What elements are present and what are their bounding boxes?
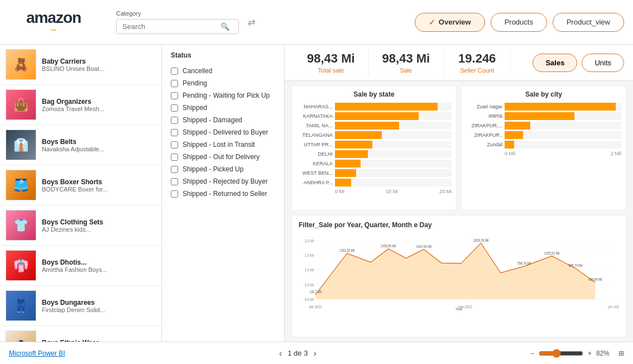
filter-item: Shipped - Lost in Transit (171, 138, 275, 151)
bar-track (335, 160, 452, 167)
bar-label: ZIRAKPUR,... (466, 123, 502, 128)
bar-track (505, 131, 621, 139)
product-item[interactable]: 👜 Bag Organizers Zomoza Travel Mesh... (0, 85, 161, 125)
product-thumbnail: 👘 (6, 250, 36, 281)
filter-checkbox[interactable] (171, 117, 178, 124)
y-axis-label: 1.0 Mi (305, 268, 314, 273)
filter-item: Shipped - Picked Up (171, 163, 275, 175)
product-item[interactable]: 🧸 Baby Carriers BSLINO Unisex Boat... (0, 45, 161, 85)
product-sub: Zomoza Travel Mesh... (42, 106, 156, 112)
bar-fill (335, 150, 368, 158)
filter-checkbox[interactable] (171, 166, 178, 173)
data-point-label: 954,74 Mil (517, 261, 531, 265)
filter-checkbox[interactable] (171, 129, 178, 136)
amazon-arrow-icon: ⌣ (50, 23, 57, 35)
filter-checkbox[interactable] (171, 92, 178, 99)
bar-label: Zuari nagar (466, 104, 502, 109)
product-thumbnail: 🩳 (6, 170, 36, 200)
zoom-minus-icon[interactable]: − (530, 349, 534, 357)
top-bar: amazon ⌣ Category 🔍 ⇄ ✓ Overview Product… (0, 0, 633, 45)
product-item[interactable]: 🩳 Boys Boxer Shorts BODYCARE Boxer for..… (0, 165, 161, 205)
filter-checkbox[interactable] (171, 190, 178, 198)
data-point-label: 1447,04 Mil (416, 244, 431, 248)
data-point-label: 895,73 Mil (569, 263, 582, 267)
data-point-label: 1458,95 Mil (381, 243, 396, 248)
status-label: Status (171, 51, 275, 59)
search-box[interactable]: 🔍 (116, 19, 239, 34)
fullscreen-icon[interactable]: ⊞ (618, 349, 624, 357)
bar-label: KARNATAKA (296, 113, 333, 119)
line-chart-section: Filter_Sale por Year, Quarter, Month e D… (291, 215, 626, 337)
product-name: Boys Dhotis... (42, 258, 156, 266)
left-sidebar: 🧸 Baby Carriers BSLINO Unisex Boat... 👜 … (0, 45, 162, 342)
product-info: Bag Organizers Zomoza Travel Mesh... (42, 98, 156, 112)
page-indicator: 1 de 3 (287, 349, 308, 357)
bar-row: Zuari nagar (466, 103, 621, 111)
filter-label: Shipped - Out for Delivery (183, 153, 260, 161)
bar-track (335, 150, 452, 158)
bar-track (335, 141, 452, 149)
kpi-total-sale: 98,43 Mi Total sale (294, 49, 369, 76)
axis-label: 0 Mi (335, 189, 344, 194)
right-content: 98,43 Mi Total sale 98,43 Mi Sale 19.246… (285, 45, 633, 342)
product-icon: 👘 (13, 258, 28, 273)
bar-fill (505, 103, 616, 111)
nav-btn-overview[interactable]: ✓ Overview (415, 13, 485, 32)
powerbi-link[interactable]: Microsoft Power BI (9, 349, 65, 357)
filter-label: Shipped - Returned to Seller (183, 190, 267, 198)
filter-checkbox[interactable] (171, 104, 178, 112)
bar-track (335, 131, 452, 139)
bar-row: लखनऊ (466, 112, 621, 120)
filter-checkbox[interactable] (171, 80, 178, 87)
filter-label: Shipped - Rejected by Buyer (183, 178, 268, 185)
data-point-label: 1253,52 Mil (544, 251, 559, 255)
category-label: Category (116, 10, 239, 17)
tab-units-btn[interactable]: Units (582, 54, 624, 72)
bar-fill (335, 122, 399, 130)
city-bar-chart: Zuari nagar लखनऊ ZIRAKPUR,... ZIRAKPUR . (466, 103, 621, 156)
axis-label: 2 Mil (611, 151, 621, 156)
filter-icon[interactable]: ⇄ (248, 17, 255, 27)
filter-label: Shipped - Lost in Transit (183, 141, 255, 149)
bar-fill (335, 131, 382, 139)
search-icon: 🔍 (220, 22, 229, 31)
product-name: Bag Organizers (42, 98, 156, 106)
filter-label: Pending - Waiting for Pick Up (183, 92, 270, 99)
nav-btn-product-view[interactable]: Product_view (553, 13, 624, 32)
data-point-label: 1626,78 Mil (473, 238, 488, 242)
zoom-slider[interactable] (539, 349, 583, 358)
tab-sales-btn[interactable]: Sales (533, 54, 577, 72)
y-axis-label: 1.5 Mi (305, 253, 314, 258)
bar-fill (335, 103, 438, 111)
product-item[interactable]: 🧥 Boys Ethnic Wear AJ DEZINES Boy's... (0, 326, 161, 342)
filter-checkbox[interactable] (171, 141, 178, 149)
product-sub: Firstclap Denim Solid... (42, 306, 156, 313)
filter-checkbox[interactable] (171, 68, 178, 75)
filter-label: Pending (183, 79, 207, 87)
product-item[interactable]: 👕 Boys Clothing Sets AJ Dezines kids... (0, 205, 161, 246)
nav-buttons: ✓ Overview Products Product_view (415, 13, 624, 32)
next-page-btn[interactable]: › (313, 348, 316, 358)
zoom-plus-icon[interactable]: + (588, 349, 592, 357)
kpi-sale-label: Sale (400, 67, 412, 74)
kpi-seller-count-label: Seller Count (460, 67, 494, 74)
state-bar-chart: MAHARAS... KARNATAKA TAMIL NA... TELANGA… (296, 103, 452, 194)
search-input[interactable] (122, 22, 217, 31)
product-item[interactable]: 👘 Boys Dhotis... Amirtha Fashion Boys... (0, 246, 161, 286)
data-point-label: 131,7 Mil (310, 289, 322, 294)
logo-area: amazon ⌣ (9, 9, 98, 35)
filter-checkbox[interactable] (171, 154, 178, 161)
product-item[interactable]: 👖 Boys Dungarees Firstclap Denim Solid..… (0, 286, 161, 326)
filter-item: Pending - Waiting for Pick Up (171, 89, 275, 102)
product-item[interactable]: 👔 Boys Belts Navaksha Adjustable... (0, 125, 161, 165)
filter-checkbox[interactable] (171, 178, 178, 185)
data-point-label: 488,89 Mil (588, 277, 602, 281)
zoom-value: 82% (596, 349, 610, 357)
prev-page-btn[interactable]: ‹ (279, 348, 282, 358)
nav-btn-products[interactable]: Products (491, 13, 547, 32)
bar-label: DELHI (296, 151, 333, 157)
bar-track (505, 112, 621, 120)
product-info: Boys Dungarees Firstclap Denim Solid... (42, 299, 156, 313)
charts-row: Sale by state MAHARAS... KARNATAKA TAMIL… (285, 81, 633, 215)
product-sub: Navaksha Adjustable... (42, 146, 156, 152)
